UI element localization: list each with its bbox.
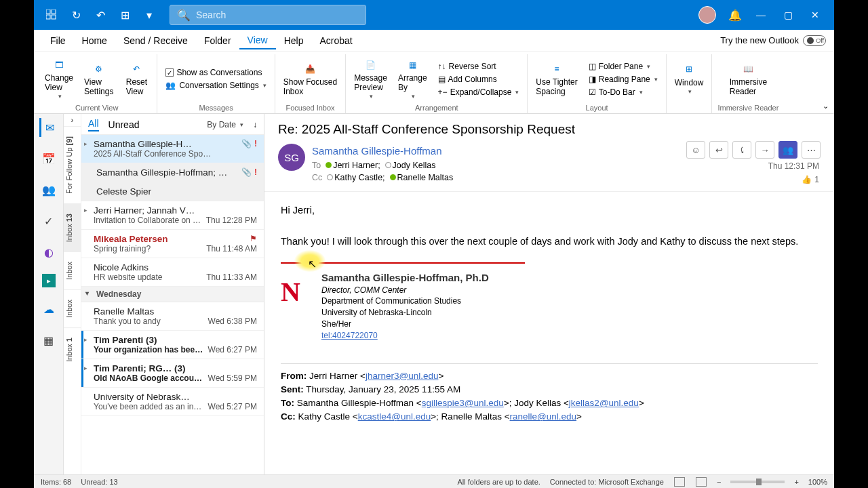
folder-pane-button[interactable]: ◫Folder Pane▾ bbox=[586, 61, 660, 72]
dropdown-icon[interactable]: ▾ bbox=[141, 7, 157, 23]
quoted-to-email-2[interactable]: jkellas2@unl.edu bbox=[569, 398, 639, 408]
message-item[interactable]: Nicole AdkinsHR website updateThu 11:33 … bbox=[81, 258, 264, 287]
search-box[interactable]: 🔍 bbox=[170, 5, 366, 25]
sync-icon[interactable]: ↻ bbox=[68, 7, 84, 23]
more-apps-icon[interactable]: ▦ bbox=[39, 331, 58, 350]
message-item[interactable]: Samantha Gillespie-Hoffman; …📎! bbox=[81, 163, 264, 182]
grid-icon[interactable] bbox=[43, 7, 60, 23]
onedrive-icon[interactable]: ☁ bbox=[39, 300, 58, 319]
message-item[interactable]: ▸Samantha Gillespie-H…2025 All-Staff Con… bbox=[81, 135, 264, 163]
reverse-sort-button[interactable]: ↑↓Reverse Sort bbox=[435, 61, 522, 72]
menu-file[interactable]: File bbox=[42, 33, 74, 49]
menu-folder[interactable]: Folder bbox=[196, 33, 239, 49]
quoted-cc-email-1[interactable]: kcastle4@unl.edu bbox=[358, 411, 431, 422]
todo-bar-button[interactable]: ☑To-Do Bar▾ bbox=[586, 87, 660, 98]
calendar-icon[interactable]: 📅 bbox=[39, 149, 58, 168]
window-button[interactable]: ⊞Window▾ bbox=[672, 61, 707, 97]
group-header[interactable]: ▾Wednesday bbox=[81, 287, 264, 302]
reset-view-button[interactable]: ↶Reset View bbox=[121, 60, 151, 97]
to-recipient-2[interactable]: Jody Kellas bbox=[393, 161, 436, 170]
teams-button[interactable]: 👥 bbox=[778, 141, 797, 159]
minimize-button[interactable]: — bbox=[747, 5, 774, 25]
menu-send-receive[interactable]: Send / Receive bbox=[115, 33, 196, 49]
sig-phone-link[interactable]: tel:4024722070 bbox=[321, 331, 378, 340]
vtab-inbox-4[interactable]: Inbox 1 bbox=[64, 327, 81, 371]
maximize-button[interactable]: ▢ bbox=[774, 5, 802, 25]
message-item[interactable]: ▸Tim Parenti (3)Your organization has be… bbox=[81, 331, 264, 359]
immersive-reader-button[interactable]: 📖Immersive Reader bbox=[727, 60, 770, 97]
sort-direction-icon[interactable]: ↓ bbox=[253, 120, 257, 129]
undo-icon[interactable]: ↶ bbox=[92, 7, 108, 23]
view-mode-2-icon[interactable] bbox=[696, 477, 707, 487]
people-icon[interactable]: 👥 bbox=[39, 180, 58, 199]
vtab-inbox-1[interactable]: Inbox 13 bbox=[64, 203, 81, 251]
vtab-inbox-2[interactable]: Inbox bbox=[64, 251, 81, 289]
ribbon-group-window: ⊞Window▾ bbox=[667, 54, 713, 113]
zoom-minus[interactable]: − bbox=[717, 478, 721, 486]
account-avatar[interactable] bbox=[698, 6, 716, 24]
try-new-outlook[interactable]: Try the new Outlook Off bbox=[720, 35, 826, 46]
bell-icon[interactable]: 🔔 bbox=[727, 7, 743, 23]
app-icon-2[interactable]: ▸ bbox=[42, 274, 56, 287]
use-tighter-spacing-button[interactable]: ≡Use Tighter Spacing bbox=[533, 60, 580, 97]
filter-all[interactable]: All bbox=[88, 118, 99, 131]
cc-recipient-2[interactable]: Ranelle Maltas bbox=[397, 173, 454, 182]
reading-pane: Re: 2025 All-Staff Conference Sponsorshi… bbox=[264, 114, 834, 474]
quoted-cc-email-2[interactable]: ranelle@unl.edu bbox=[510, 411, 577, 422]
try-new-toggle[interactable]: Off bbox=[803, 35, 826, 46]
search-input[interactable] bbox=[196, 9, 359, 20]
close-button[interactable]: ✕ bbox=[802, 5, 829, 25]
view-settings-button[interactable]: ⚙View Settings bbox=[81, 60, 116, 97]
app-icon-1[interactable]: ◐ bbox=[39, 243, 58, 262]
reply-all-button[interactable]: ⤹ bbox=[732, 141, 751, 159]
filter-unread[interactable]: Unread bbox=[108, 119, 140, 130]
sender-name[interactable]: Samantha Gillespie-Hoffman bbox=[312, 144, 453, 159]
reaction-summary[interactable]: 👍1 bbox=[802, 175, 819, 184]
menu-acrobat[interactable]: Acrobat bbox=[311, 33, 360, 49]
arrange-by-button[interactable]: ▦Arrange By▾ bbox=[395, 56, 430, 101]
message-item[interactable]: ▸Tim Parenti; RG… (3)Old NAoAB Google ac… bbox=[81, 359, 264, 388]
vtab-inbox-3[interactable]: Inbox bbox=[64, 289, 81, 327]
ribbon-collapse-icon[interactable]: ⌄ bbox=[823, 102, 829, 110]
expand-folder-pane-icon[interactable]: › bbox=[64, 114, 81, 126]
quoted-from-email[interactable]: jharner3@unl.edu bbox=[366, 371, 439, 381]
mail-icon[interactable]: ✉ bbox=[39, 118, 58, 137]
tasks-icon[interactable]: ✓ bbox=[39, 211, 58, 230]
body: ✉ 📅 👥 ✓ ◐ ▸ ☁ ▦ › For Follow Up [9] Inbo… bbox=[34, 114, 834, 474]
sort-by-date[interactable]: By Date ▾ bbox=[207, 120, 243, 129]
zoom-plus[interactable]: + bbox=[794, 478, 798, 486]
menu-home[interactable]: Home bbox=[74, 33, 115, 49]
reply-button[interactable]: ↩ bbox=[709, 141, 728, 159]
message-item[interactable]: University of Nebrask…You've been added … bbox=[81, 388, 264, 416]
message-item[interactable]: Ranelle MaltasThank you to andyWed 6:38 … bbox=[81, 302, 264, 331]
quoted-to-email-1[interactable]: sgillespie3@unl.edu bbox=[422, 398, 504, 408]
message-preview-button[interactable]: 📄Message Preview▾ bbox=[351, 56, 390, 101]
zoom-slider[interactable] bbox=[730, 481, 785, 483]
change-view-button[interactable]: 🗔Change View▾ bbox=[42, 56, 76, 101]
apps-icon[interactable]: ⊞ bbox=[117, 7, 133, 23]
importance-icon: ! bbox=[254, 139, 257, 148]
message-item[interactable]: Celeste Spier bbox=[81, 182, 264, 201]
show-as-conversations-checkbox[interactable]: ✓Show as Conversations bbox=[163, 67, 269, 78]
react-button[interactable]: ☺ bbox=[686, 141, 705, 159]
menu-help[interactable]: Help bbox=[276, 33, 312, 49]
view-mode-1-icon[interactable] bbox=[674, 477, 685, 487]
cc-recipient-1[interactable]: Kathy Castle; bbox=[334, 173, 384, 182]
message-list: All Unread By Date ▾ ↓ ▸Samantha Gillesp… bbox=[81, 114, 264, 474]
more-actions-button[interactable]: ⋯ bbox=[802, 141, 821, 159]
add-columns-button[interactable]: ▤Add Columns bbox=[435, 74, 522, 85]
forward-button[interactable]: → bbox=[755, 141, 774, 159]
conversation-settings-button[interactable]: 👥Conversation Settings▾ bbox=[163, 80, 269, 91]
presence-icon bbox=[385, 162, 391, 168]
show-focused-inbox-button[interactable]: 📥Show Focused Inbox bbox=[281, 60, 340, 97]
menu-view[interactable]: View bbox=[239, 32, 276, 49]
nav-rail: ✉ 📅 👥 ✓ ◐ ▸ ☁ ▦ bbox=[34, 114, 64, 474]
reading-pane-button[interactable]: ◨Reading Pane▾ bbox=[586, 74, 660, 85]
outlook-window: ↻ ↶ ⊞ ▾ 🔍 🔔 — ▢ ✕ File Home Send / Recei… bbox=[34, 0, 834, 488]
to-recipient-1[interactable]: Jerri Harner; bbox=[333, 161, 380, 170]
message-item[interactable]: Mikeala PetersenSpring training?Thu 11:4… bbox=[81, 230, 264, 258]
expand-collapse-button[interactable]: +−Expand/Collapse▾ bbox=[435, 87, 522, 98]
vtab-follow-up[interactable]: For Follow Up [9] bbox=[64, 126, 81, 203]
thread-separator bbox=[281, 363, 818, 364]
message-item[interactable]: ▸Jerri Harner; Jannah V…Invitation to Co… bbox=[81, 201, 264, 230]
